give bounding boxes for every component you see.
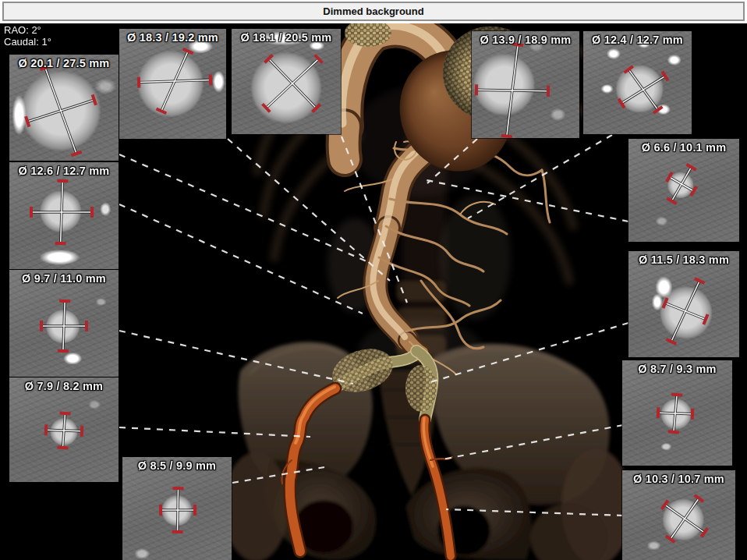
connector-line — [446, 509, 623, 516]
measurement-cross — [9, 377, 119, 482]
diameter-label: Ø 11.5 / 18.3 mm — [628, 253, 739, 266]
diameter-label: Ø 10.3 / 10.7 mm — [622, 473, 735, 485]
measurement-cross — [628, 139, 739, 242]
diameter-label: Ø 9.7 / 11.0 mm — [9, 272, 119, 285]
connector-line — [342, 136, 407, 303]
measurement-panel[interactable]: Ø 6.6 / 10.1 mm — [628, 139, 739, 242]
measurement-panel[interactable]: Ø 12.6 / 12.7 mm — [9, 162, 119, 269]
connector-line — [228, 139, 390, 281]
measurement-cross — [628, 251, 739, 357]
caudal-angle: Caudal: 1° — [4, 36, 51, 48]
connector-line — [430, 323, 628, 382]
connector-line — [427, 139, 477, 183]
measurement-cross — [472, 31, 579, 138]
diameter-label: Ø 18.3 / 19.2 mm — [119, 31, 226, 44]
orientation-readout: RAO: 2° Caudal: 1° — [4, 24, 51, 48]
measurement-cross — [119, 29, 226, 139]
view-title-bar: Dimmed background — [2, 2, 745, 21]
diameter-label: Ø 8.5 / 9.9 mm — [122, 459, 232, 472]
connector-line — [119, 427, 310, 437]
connector-line — [468, 135, 612, 218]
measurement-panel[interactable]: Ø 8.5 / 9.9 mm — [122, 457, 232, 560]
measurement-panel[interactable]: Ø 9.7 / 11.0 mm — [9, 270, 119, 377]
diameter-label: Ø 6.6 / 10.1 mm — [628, 141, 739, 154]
view-title: Dimmed background — [323, 5, 423, 17]
measurement-cross — [9, 162, 119, 269]
diameter-label: Ø 18.1 / 20.5 mm — [232, 31, 341, 44]
measurement-cross — [232, 29, 341, 134]
connector-line — [119, 331, 353, 384]
diameter-label: Ø 12.4 / 12.7 mm — [583, 34, 692, 46]
diameter-label: Ø 20.1 / 27.5 mm — [9, 57, 119, 69]
measurement-cross — [622, 360, 732, 466]
measurement-panel[interactable]: Ø 18.1 / 20.5 mm — [232, 29, 341, 134]
connector-line — [232, 467, 324, 483]
measurement-panel[interactable]: Ø 8.7 / 9.3 mm — [622, 360, 732, 466]
diameter-label: Ø 8.7 / 9.3 mm — [622, 363, 732, 375]
measurement-panel[interactable]: Ø 11.5 / 18.3 mm — [628, 251, 739, 357]
measurement-panel[interactable]: Ø 12.4 / 12.7 mm — [583, 31, 692, 134]
diameter-label: Ø 7.9 / 8.2 mm — [9, 380, 119, 392]
measurement-panel[interactable]: Ø 18.3 / 19.2 mm — [119, 29, 226, 139]
measurement-cross — [9, 270, 119, 377]
connector-line — [442, 425, 623, 459]
measurement-panel[interactable]: Ø 13.9 / 18.9 mm — [472, 31, 579, 138]
diameter-label: Ø 13.9 / 18.9 mm — [472, 34, 579, 46]
application-window: Dimmed background — [0, 0, 747, 560]
connector-line — [119, 154, 366, 261]
connector-line — [119, 204, 363, 314]
measurement-cross — [122, 457, 232, 560]
measurement-cross — [583, 31, 692, 134]
rao-angle: RAO: 2° — [4, 24, 51, 36]
measurement-panel[interactable]: Ø 7.9 / 8.2 mm — [9, 377, 119, 482]
diameter-label: Ø 12.6 / 12.7 mm — [9, 165, 119, 177]
measurement-panel[interactable]: Ø 20.1 / 27.5 mm — [9, 55, 119, 161]
measurement-panel[interactable]: Ø 10.3 / 10.7 mm — [622, 470, 735, 560]
measurement-cross — [9, 55, 119, 161]
